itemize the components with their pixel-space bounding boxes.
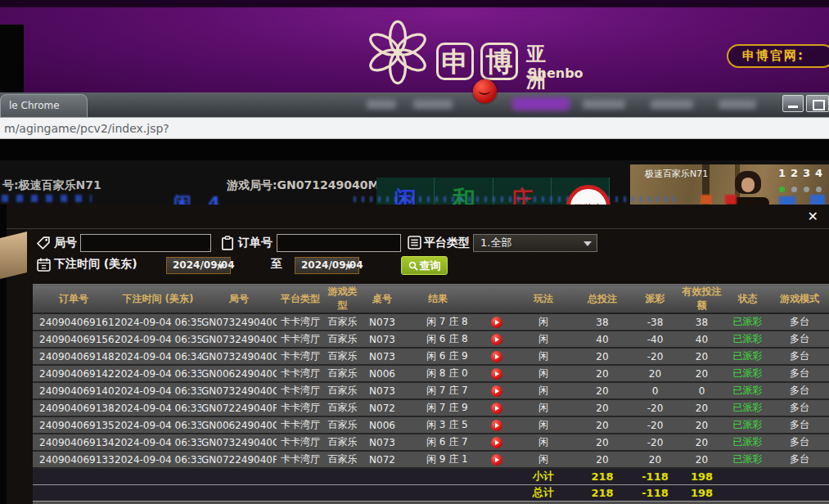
result-text: 闲 6 庄 9 bbox=[426, 349, 468, 363]
video-table-title: 极速百家乐N71 bbox=[645, 168, 708, 180]
bet-record-row[interactable]: 240904069148127 2024-09-04 06:34:19 GN07… bbox=[33, 348, 829, 365]
result-text: 闲 3 庄 5 bbox=[426, 418, 468, 432]
cell-time: 2024-09-04 06:34:19 bbox=[115, 348, 201, 365]
roadmap-markers-blurred bbox=[2, 195, 92, 202]
cell-result: 闲 7 庄 9 bbox=[403, 399, 514, 416]
nav-item-blurred-active[interactable] bbox=[512, 97, 570, 110]
cell-table-no: N073 bbox=[361, 348, 403, 365]
cell-mode: 多台 bbox=[770, 331, 829, 348]
cell-payout: 20 bbox=[632, 365, 678, 382]
cell-valid-bet: 20 bbox=[678, 348, 725, 365]
result-text: 闲 7 庄 9 bbox=[426, 401, 468, 415]
cell-valid-bet: 20 bbox=[678, 365, 725, 382]
cell-total-bet: 20 bbox=[573, 416, 632, 434]
dialog-title-bar: ✕ bbox=[7, 205, 829, 229]
cell-payout: -20 bbox=[632, 399, 678, 416]
nav-item-blurred-4[interactable] bbox=[651, 100, 693, 109]
cell-round: GN006249040GP bbox=[201, 416, 277, 434]
bet-record-row[interactable]: 240904069140690 2024-09-04 06:33:41 GN07… bbox=[33, 382, 829, 399]
round-filter-input[interactable] bbox=[80, 234, 211, 252]
bet-record-row[interactable]: 240904069161316 2024-09-04 06:35:28 GN07… bbox=[33, 313, 829, 331]
bet-record-row[interactable]: 240904069135766 2024-09-04 06:33:13 GN00… bbox=[33, 416, 829, 434]
brand-char-1: 申 bbox=[436, 43, 474, 80]
cell-payout: -20 bbox=[632, 348, 678, 365]
col-valid-bet: 有效投注额 bbox=[678, 285, 725, 314]
order-filter-input[interactable] bbox=[277, 234, 401, 252]
minimize-button[interactable] bbox=[782, 95, 804, 112]
replay-icon[interactable] bbox=[491, 420, 502, 431]
search-button-label: 查询 bbox=[420, 259, 441, 272]
magnifier-icon bbox=[408, 261, 418, 271]
bet-time-filter-label: 下注时间 (美东) bbox=[54, 257, 137, 272]
cell-status: 已派彩 bbox=[725, 331, 770, 348]
cell-result: 闲 7 庄 7 bbox=[403, 382, 514, 399]
cell-platform: 卡卡湾厅 bbox=[277, 382, 324, 399]
replay-icon[interactable] bbox=[491, 334, 502, 345]
cell-game-type: 百家乐 bbox=[324, 451, 361, 468]
screen: 申 博 亚洲 Shenbo 申博官网: le Chrome m/agingame… bbox=[0, 0, 829, 504]
bet-record-row[interactable]: 240904069156658 2024-09-04 06:35:02 GN07… bbox=[33, 331, 829, 348]
subtotal-payout: -118 bbox=[632, 468, 678, 484]
nav-item-blurred-3[interactable] bbox=[583, 100, 625, 109]
nav-item-blurred-2[interactable] bbox=[413, 100, 453, 109]
cell-table-no: N073 bbox=[361, 331, 403, 348]
flower-logo-icon bbox=[363, 16, 433, 88]
roadmap-icon-orange bbox=[701, 195, 712, 205]
cell-total-bet: 38 bbox=[573, 313, 632, 331]
cell-time: 2024-09-04 06:33:41 bbox=[115, 382, 201, 399]
cell-bet: 闲 bbox=[514, 365, 573, 382]
search-button[interactable]: 查询 bbox=[401, 256, 448, 275]
date-from-select[interactable]: 2024/09/04 bbox=[166, 257, 231, 274]
cell-total-bet: 20 bbox=[573, 399, 632, 416]
replay-icon[interactable] bbox=[491, 368, 502, 380]
bet-record-row[interactable]: 240904069142580 2024-09-04 06:33:49 GN00… bbox=[33, 365, 829, 382]
promo-badge-icon[interactable] bbox=[473, 79, 497, 103]
bet-record-row[interactable]: 240904069134203 2024-09-04 06:33:05 GN07… bbox=[33, 434, 829, 451]
cell-status: 已派彩 bbox=[725, 365, 770, 382]
bet-record-row[interactable]: 240904069138348 2024-09-04 06:33:28 GN07… bbox=[33, 399, 829, 416]
replay-icon[interactable] bbox=[491, 454, 502, 466]
cell-payout: -38 bbox=[632, 313, 678, 331]
cell-platform: 卡卡湾厅 bbox=[277, 434, 324, 451]
cell-payout: 0 bbox=[632, 382, 678, 399]
replay-icon[interactable] bbox=[491, 403, 502, 414]
replay-icon[interactable] bbox=[491, 351, 502, 362]
address-bar[interactable]: m/agingame/pcv2/index.jsp? bbox=[0, 117, 829, 139]
cell-game-type: 百家乐 bbox=[324, 416, 361, 434]
cell-bet: 闲 bbox=[514, 313, 573, 331]
date-range-to-label: 至 bbox=[271, 257, 282, 272]
roadmap-grid-blurred bbox=[354, 196, 677, 202]
result-text: 闲 7 庄 8 bbox=[426, 315, 468, 329]
date-from-value: 2024/09/04 bbox=[173, 259, 235, 271]
replay-icon[interactable] bbox=[491, 317, 502, 328]
nav-item-blurred-5[interactable] bbox=[719, 100, 756, 109]
official-site-link[interactable]: 申博官网: bbox=[727, 44, 829, 68]
records-tbody: 240904069161316 2024-09-04 06:35:28 GN07… bbox=[33, 313, 829, 468]
cell-platform: 卡卡湾厅 bbox=[277, 313, 324, 331]
nav-item-blurred-1[interactable] bbox=[367, 100, 396, 109]
close-icon[interactable]: ✕ bbox=[808, 209, 818, 224]
bet-record-row[interactable]: 240904069133414 2024-09-04 06:33:00 GN07… bbox=[33, 451, 829, 468]
cell-order: 240904069142580 bbox=[33, 365, 115, 382]
cell-total-bet: 20 bbox=[573, 434, 632, 451]
cell-game-type: 百家乐 bbox=[324, 382, 361, 399]
browser-tab[interactable]: le Chrome bbox=[0, 94, 88, 117]
col-table-no: 桌号 bbox=[361, 285, 403, 314]
bet-records-dialog: ✕ 局号 订单号 平台类型 1.全部 下注时间 (美东) 2024/09/04 … bbox=[7, 205, 829, 504]
platform-filter-label: 平台类型 bbox=[424, 236, 470, 250]
cell-payout: -40 bbox=[632, 331, 678, 348]
platform-select[interactable]: 1.全部 bbox=[473, 234, 597, 252]
col-total-bet: 总投注 bbox=[573, 285, 632, 314]
cell-mode: 多台 bbox=[770, 348, 829, 365]
replay-icon[interactable] bbox=[491, 385, 502, 397]
cell-status: 已派彩 bbox=[725, 399, 770, 416]
replay-icon[interactable] bbox=[491, 437, 502, 448]
cell-table-no: N072 bbox=[361, 451, 403, 468]
maximize-button[interactable] bbox=[806, 95, 829, 112]
cell-valid-bet: 38 bbox=[678, 313, 725, 331]
cell-result: 闲 3 庄 5 bbox=[403, 416, 514, 434]
cell-table-no: N073 bbox=[361, 382, 403, 399]
date-to-select[interactable]: 2024/09/04 bbox=[295, 257, 359, 274]
chevron-down-icon bbox=[345, 264, 354, 269]
result-text: 闲 7 庄 7 bbox=[426, 384, 468, 398]
